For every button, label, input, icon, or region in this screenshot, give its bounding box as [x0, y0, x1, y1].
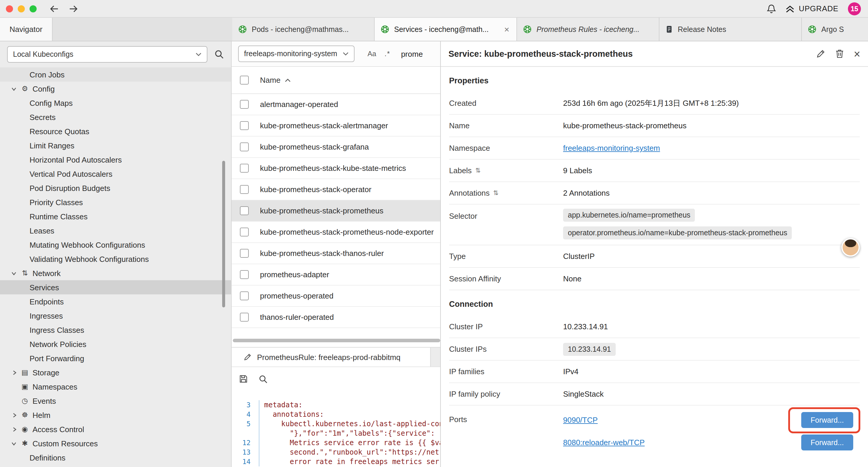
row-checkbox[interactable] [240, 228, 249, 236]
sidebar-tree-item[interactable]: Validating Webhook Configurations [0, 252, 231, 266]
edit-pencil-icon[interactable] [816, 49, 826, 59]
sidebar-tree-item[interactable]: ⚙ Config [0, 82, 231, 96]
connection-section-title: Connection [441, 290, 868, 316]
row-checkbox[interactable] [240, 185, 249, 194]
tree-chevron-icon[interactable] [9, 410, 19, 420]
sidebar-tree-item[interactable]: Port Forwarding [0, 351, 231, 365]
sidebar-search-icon[interactable] [215, 50, 224, 59]
cluster-tab[interactable]: Prometheus Rules - icecheng... × [517, 18, 659, 41]
sidebar-tree-item[interactable]: Services [0, 280, 231, 294]
row-checkbox[interactable] [240, 291, 249, 300]
sidebar-tree-item[interactable]: ▣ Namespaces [0, 380, 231, 394]
row-checkbox[interactable] [240, 100, 249, 109]
row-checkbox[interactable] [240, 270, 249, 279]
match-case-toggle[interactable]: Aa [368, 50, 376, 58]
upgrade-button[interactable]: UPGRADE [785, 4, 838, 13]
tab-label: Services - icecheng@math... [394, 25, 498, 33]
tree-item-label: Priority Classes [30, 198, 83, 207]
sidebar-tree-item[interactable]: Config Maps [0, 96, 231, 110]
sidebar-tree-item[interactable]: Resource Quotas [0, 124, 231, 138]
save-icon[interactable] [239, 374, 248, 384]
forward-arrow-icon[interactable] [68, 4, 78, 13]
sidebar-scrollbar-thumb[interactable] [222, 161, 225, 308]
sidebar-tree-item[interactable]: Network Policies [0, 337, 231, 351]
close-window-button[interactable] [6, 5, 13, 12]
kubeconfig-select[interactable]: Local Kubeconfigs [7, 46, 208, 63]
cluster-tab[interactable]: Services - icecheng@math... × [375, 18, 517, 41]
sidebar-tree-item[interactable]: Runtime Classes [0, 209, 231, 224]
row-checkbox[interactable] [240, 121, 249, 130]
sidebar-tree-item[interactable]: Secrets [0, 110, 231, 124]
expand-collapse-icon[interactable]: ⇅ [493, 189, 498, 197]
zoom-window-button[interactable] [30, 5, 37, 12]
namespace-link[interactable]: freeleaps-monitoring-system [563, 144, 660, 152]
sidebar-tree-item[interactable]: Horizontal Pod Autoscalers [0, 152, 231, 167]
cluster-ips-label: Cluster IPs [449, 345, 487, 353]
navigator-panel-tab[interactable]: Navigator [0, 18, 53, 41]
tree-chevron-icon[interactable] [9, 84, 19, 93]
service-name: kube-prometheus-stack-prometheus [260, 206, 383, 215]
tab-close-icon[interactable]: × [503, 24, 510, 34]
tree-item-label: Ingresses [30, 311, 63, 320]
minimize-window-button[interactable] [18, 5, 25, 12]
row-checkbox[interactable] [240, 249, 249, 258]
select-all-checkbox[interactable] [240, 76, 249, 85]
sidebar-tree-item[interactable]: ▤ Storage [0, 365, 231, 380]
notification-count-badge[interactable]: 15 [848, 2, 861, 15]
sidebar-tree-item[interactable]: Priority Classes [0, 195, 231, 209]
forward-button[interactable]: Forward... [801, 412, 853, 428]
sidebar-tree-item[interactable]: Limit Ranges [0, 138, 231, 152]
avatar[interactable] [841, 238, 860, 257]
row-checkbox[interactable] [240, 143, 249, 151]
close-panel-icon[interactable]: × [854, 48, 860, 59]
cluster-tab[interactable]: Pods - icecheng@mathmas... × [232, 18, 375, 41]
cluster-icon [808, 25, 816, 34]
sidebar-tree-item[interactable]: Mutating Webhook Configurations [0, 238, 231, 252]
cluster-ip-row: Cluster IP 10.233.14.91 [449, 316, 860, 338]
sidebar-tree-item[interactable]: Cron Jobs [0, 67, 231, 82]
namespace-select[interactable]: freeleaps-monitoring-system [238, 46, 354, 62]
tree-chevron-icon[interactable] [9, 425, 19, 434]
service-name: alertmanager-operated [260, 100, 338, 109]
dock-tab-prometheusrule[interactable]: PrometheusRule: freeleaps-prod-rabbitmq [231, 348, 431, 367]
sidebar-tree-item[interactable]: Leases [0, 224, 231, 238]
port-link[interactable]: 8080:reloader-web/TCP [563, 438, 645, 447]
dock-tab-label: PrometheusRule: freeleaps-prod-rabbitmq [257, 353, 401, 361]
properties-section-title: Properties [441, 67, 868, 92]
sidebar-tree-item[interactable]: Definitions [0, 450, 231, 465]
sidebar-tree-item[interactable]: ◷ Events [0, 394, 231, 408]
sidebar-tree-item[interactable]: ◉ Access Control [0, 422, 231, 436]
port-link[interactable]: 9090/TCP [563, 415, 598, 425]
editor-search-icon[interactable] [259, 375, 268, 383]
tree-chevron-icon[interactable] [9, 268, 19, 278]
ip-family-policy-label: IP family policy [449, 389, 500, 399]
horizontal-scrollbar-thumb[interactable] [233, 339, 440, 342]
search-input[interactable]: prome [401, 49, 423, 58]
tree-chevron-icon[interactable] [9, 368, 19, 377]
delete-trash-icon[interactable] [836, 49, 844, 59]
sidebar-tree-item[interactable]: ☸ Helm [0, 408, 231, 422]
cluster-tab[interactable]: Release Notes × [659, 18, 802, 41]
forward-button[interactable]: Forward... [801, 435, 853, 450]
sidebar-tree-item[interactable]: Pod Disruption Budgets [0, 181, 231, 195]
back-arrow-icon[interactable] [50, 4, 59, 13]
sidebar-tree-item[interactable]: ⇅ Network [0, 266, 231, 280]
code-text: metadata: [264, 401, 303, 409]
row-checkbox[interactable] [240, 164, 249, 173]
cluster-icon [238, 25, 247, 34]
name-label: Name [449, 121, 469, 130]
sidebar-tree-item[interactable]: Vertical Pod Autoscalers [0, 167, 231, 181]
sidebar-tree-item[interactable]: Ingress Classes [0, 323, 231, 337]
expand-collapse-icon[interactable]: ⇅ [475, 167, 481, 174]
row-checkbox[interactable] [240, 206, 249, 215]
notifications-bell-icon[interactable] [767, 4, 776, 13]
tree-chevron-icon[interactable] [9, 439, 19, 448]
name-column-header[interactable]: Name [260, 76, 290, 85]
sidebar-tree-item[interactable]: Endpoints [0, 294, 231, 309]
sidebar-tree-item[interactable]: ✱ Custom Resources [0, 436, 231, 450]
tree-item-label: Endpoints [30, 297, 64, 306]
row-checkbox[interactable] [240, 313, 249, 322]
regex-toggle[interactable]: .* [384, 50, 390, 58]
cluster-tab[interactable]: Argo S × [802, 18, 868, 41]
sidebar-tree-item[interactable]: Ingresses [0, 309, 231, 323]
